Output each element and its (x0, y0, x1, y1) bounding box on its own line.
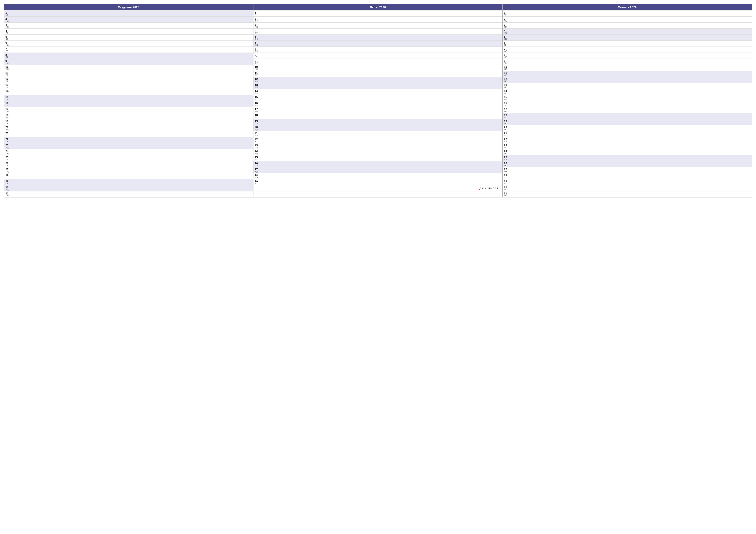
day-name: СБ (6, 98, 10, 100)
day-number: 8 (504, 53, 509, 56)
day-number: 5 (255, 35, 259, 38)
day-number: 28 (504, 174, 509, 177)
day-name: НД (504, 80, 509, 82)
day-name: ЧЦ (255, 68, 259, 70)
day-row: 25АТ (4, 155, 253, 161)
logo-row: 7CALENDAR (254, 185, 502, 191)
day-number: 15 (255, 96, 259, 98)
day-number: 15 (5, 96, 10, 98)
day-info: 20ЧЦ (5, 126, 10, 131)
day-info: 5СБ (255, 35, 259, 40)
day-info: 31ПТ (504, 192, 509, 197)
day-name: НД (6, 189, 10, 191)
day-info: 8СР (504, 53, 509, 58)
day-number: 4 (504, 29, 509, 32)
day-name: СБ (6, 183, 10, 185)
day-name: АТ (255, 14, 259, 16)
day-number: 16 (5, 102, 10, 104)
day-info: 29СР (504, 180, 509, 185)
day-number: 28 (5, 174, 10, 177)
day-row: 20ПН (502, 125, 752, 131)
day-number: 28 (255, 174, 259, 177)
day-name: ЧЦ (504, 62, 509, 64)
day-number: 17 (504, 108, 509, 111)
day-row: 11СБ (502, 71, 752, 77)
day-info: 7ПН (255, 47, 259, 52)
day-number: 11 (255, 71, 259, 74)
day-info: 24ЧЦ (255, 150, 259, 155)
day-row: 13ЧЦ (4, 83, 253, 89)
day-number: 25 (255, 156, 259, 159)
day-number: 7 (255, 47, 259, 50)
month-header-0: Студзень 2028 (4, 4, 253, 10)
day-row: 4АТ (4, 28, 253, 35)
day-number: 13 (504, 84, 509, 86)
day-name: ПН (6, 26, 10, 28)
day-name: СР (255, 147, 259, 149)
day-number: 3 (5, 23, 10, 26)
day-info: 28ПН (255, 174, 259, 179)
day-info: 21ПН (255, 132, 259, 137)
day-name: НД (6, 20, 10, 22)
day-name: ПН (6, 195, 10, 197)
day-name: ПТ (504, 68, 509, 70)
day-row: 17ПТ (502, 107, 752, 113)
day-number: 21 (5, 132, 10, 135)
day-info: 22СР (504, 138, 509, 142)
day-row: 6ЧЦ (4, 40, 253, 46)
day-row: 5СБ (254, 35, 502, 40)
day-number: 20 (504, 126, 509, 129)
day-info: 11АТ (5, 71, 10, 76)
day-number: 23 (504, 144, 509, 147)
day-name: ПН (504, 171, 509, 173)
day-info: 25АТ (5, 156, 10, 161)
day-name: ЧЦ (6, 129, 10, 131)
day-name: ПТ (6, 50, 10, 52)
day-name: АТ (6, 74, 10, 76)
day-info: 10ЧЦ (255, 65, 259, 70)
day-number: 17 (255, 108, 259, 111)
day-row: 14АТ (502, 89, 752, 95)
day-row: 29СБ (4, 179, 253, 185)
day-info: 19СР (5, 120, 10, 124)
day-row: 16ЧЦ (502, 101, 752, 107)
day-number: 18 (504, 114, 509, 116)
day-number: 2 (504, 17, 509, 20)
day-info: 3ПТ (504, 23, 509, 28)
calendar-grid: Студзень 20281СБ2НД3ПН4АТ5СР6ЧЦ7ПТ8СБ9НД… (4, 4, 752, 197)
day-number: 30 (504, 186, 509, 189)
day-row: 7ПН (254, 46, 502, 53)
day-info: 12СР (5, 78, 10, 82)
day-info: 12СБ (255, 78, 259, 82)
day-info: 28АТ (504, 174, 509, 179)
day-info: 8СБ (5, 53, 10, 58)
day-row: 15АТ (254, 95, 502, 101)
day-number: 16 (504, 102, 509, 104)
day-name: СБ (6, 14, 10, 16)
day-info: 11ПТ (255, 71, 259, 76)
day-row: 3ЧЦ (254, 22, 502, 28)
day-info: 9НД (5, 60, 10, 64)
day-row: 8СР (502, 53, 752, 59)
day-name: СР (504, 98, 509, 100)
day-name: СР (504, 140, 509, 142)
day-name: АТ (504, 50, 509, 52)
day-number: 26 (255, 162, 259, 165)
day-info: 8АТ (255, 53, 259, 58)
day-row: 14ПН (254, 89, 502, 95)
day-number: 20 (255, 126, 259, 129)
day-number: 14 (255, 89, 259, 92)
day-name: ПТ (504, 111, 509, 113)
day-info: 7АТ (504, 47, 509, 52)
day-name: НД (504, 38, 509, 40)
day-info: 25СБ (504, 156, 509, 161)
day-name: ЧЦ (504, 20, 509, 22)
day-number: 29 (504, 180, 509, 183)
day-info: 18ПТ (255, 114, 259, 118)
logo-seven: 7 (479, 186, 481, 191)
day-info: 15СБ (5, 96, 10, 100)
day-name: ПН (6, 68, 10, 70)
logo-text: CALENDAR (482, 187, 499, 190)
day-info: 14ПН (255, 89, 259, 94)
day-row: 27ПН (502, 167, 752, 173)
